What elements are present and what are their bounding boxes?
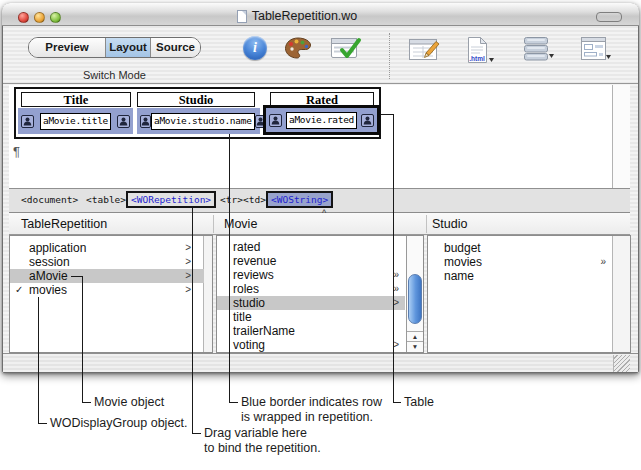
browser-item-application[interactable]: application > (10, 241, 204, 255)
path-item-tr[interactable]: <tr> (220, 194, 243, 205)
switch-mode-segmented-control: Preview Layout Source (28, 37, 201, 58)
item-label: voting (233, 338, 265, 352)
table-header-studio[interactable]: Studio (137, 92, 255, 107)
movie-column-scrollbar[interactable]: ▲ ▼ (406, 236, 423, 352)
callout-line-wodisplaygroup (38, 297, 39, 423)
browser-item-studio-selected[interactable]: studio > (217, 296, 405, 310)
title-bar[interactable]: TableRepetition.wo (2, 3, 639, 26)
callout-text-wodisplaygroup: WODisplayGroup object. (50, 416, 188, 431)
editor-vertical-scrollbar[interactable] (612, 85, 630, 188)
column-scroll-track[interactable] (203, 236, 212, 352)
callout-line-drag-variable (192, 433, 201, 434)
window-title-area: TableRepetition.wo (207, 9, 387, 23)
toolbar: Preview Layout Source Switch Mode i Insp… (3, 26, 638, 84)
item-label: budget (444, 241, 481, 255)
scroll-up-hint-icon: ^ (322, 208, 326, 218)
forms-element-icon (564, 36, 628, 62)
browser-item-amovie-selected[interactable]: aMovie > (10, 269, 204, 283)
browser-item-session[interactable]: session > (10, 255, 204, 269)
dynamic-button[interactable]: Dynamic (507, 36, 571, 62)
callout-line-blue-border (229, 134, 230, 402)
header-divider (213, 215, 214, 233)
callout-line-movie-object (82, 276, 83, 402)
binding-value: aMovie.studio.name (151, 113, 255, 130)
wostring-element-icon (140, 115, 151, 128)
window-bottom-bar (3, 353, 638, 372)
html-badge: .html (469, 55, 485, 62)
dynamic-element-icon (507, 36, 571, 62)
callout-text-table: Table (404, 395, 434, 410)
repetition-cell-rated-selected[interactable]: aMovie.rated (263, 105, 380, 135)
callout-text-drag-line1: Drag variable here (204, 426, 307, 441)
repetition-cell-studio[interactable]: aMovie.studio.name (137, 108, 260, 134)
callout-text-drag-line2: to bind the repetition. (204, 441, 321, 456)
component-edit-canvas[interactable]: Title Studio Rated aMovie.title aMovie.s… (9, 85, 630, 188)
element-path-bar: <document> <table> <WORepetition> <tr> <… (9, 188, 630, 213)
close-button[interactable] (18, 12, 29, 23)
item-label: movies (29, 283, 67, 297)
inspector-icon: i (243, 36, 267, 60)
callout-line-movie-object (82, 402, 91, 403)
dropdown-arrow-icon (489, 58, 494, 62)
repetition-cell-title[interactable]: aMovie.title (18, 108, 133, 134)
column-scroll-track[interactable] (612, 236, 630, 352)
path-item-table[interactable]: <table> (86, 194, 126, 205)
forms-button[interactable]: Forms (564, 36, 628, 62)
html-table-element[interactable]: Title Studio Rated aMovie.title aMovie.s… (14, 87, 381, 139)
item-label: aMovie (29, 269, 68, 283)
browser-item-roles[interactable]: roles » (217, 282, 405, 296)
browser-item-name[interactable]: name (428, 269, 614, 283)
item-label: revenue (233, 254, 276, 268)
to-one-chevron-icon: > (185, 242, 191, 254)
window-title: TableRepetition.wo (252, 9, 358, 23)
callout-line-table (393, 402, 401, 403)
item-label: trailerName (233, 324, 295, 338)
callout-line-wodisplaygroup (38, 423, 47, 424)
figure-canvas: TableRepetition.wo Preview Layout Source… (0, 0, 641, 470)
segment-preview[interactable]: Preview (29, 38, 106, 57)
binding-value: aMovie.title (40, 113, 111, 130)
paragraph-mark: ¶ (13, 144, 20, 159)
item-label: studio (233, 296, 265, 310)
path-item-worepetition[interactable]: <WORepetition> (126, 191, 216, 208)
minimize-button[interactable] (34, 12, 45, 23)
browser-column-studio: budget movies » name (427, 235, 631, 353)
path-item-document[interactable]: <document> (21, 194, 78, 205)
segment-layout[interactable]: Layout (106, 38, 151, 57)
to-many-chevron-icon: » (393, 283, 399, 295)
browser-header-bar: ^ TableRepetition Movie Studio (9, 213, 630, 235)
browser-item-trailername[interactable]: trailerName (217, 324, 405, 338)
to-one-chevron-icon: > (185, 256, 191, 268)
toolbar-toggle-button[interactable] (596, 12, 622, 22)
browser-item-revenue[interactable]: revenue (217, 254, 405, 268)
browser-item-budget[interactable]: budget (428, 241, 614, 255)
browser-item-movies-rel[interactable]: movies » (428, 255, 614, 269)
component-document-icon (237, 10, 247, 23)
browser-column-title-component: TableRepetition (21, 217, 107, 231)
item-label: movies (444, 255, 482, 269)
table-header-title[interactable]: Title (21, 92, 131, 107)
wostring-element-icon (361, 114, 374, 127)
browser-item-voting[interactable]: voting > (217, 338, 405, 352)
browser-item-rated[interactable]: rated (217, 240, 405, 254)
browser-item-movies[interactable]: ✓ movies > (10, 283, 204, 297)
callout-line-blue-border (229, 402, 238, 403)
validation-button[interactable]: Validation (314, 36, 378, 62)
static-button[interactable]: .html Static (448, 36, 512, 68)
scroll-down-button[interactable]: ▼ (407, 341, 423, 352)
segment-source[interactable]: Source (151, 38, 200, 57)
wostring-element-icon (21, 115, 34, 128)
path-item-td[interactable]: <td> (243, 194, 266, 205)
static-element-icon: .html (465, 36, 495, 64)
scrollbar-thumb[interactable] (408, 274, 422, 324)
resize-grip[interactable] (613, 355, 630, 372)
callout-text-movie-object: Movie object (94, 395, 164, 410)
zoom-button[interactable] (50, 12, 61, 23)
dropdown-arrow-icon (549, 54, 554, 58)
browser-item-title[interactable]: title (217, 310, 405, 324)
toolbar-separator (389, 33, 390, 79)
callout-text-blue-line2: is wrapped in repetition. (241, 410, 373, 425)
browser-item-reviews[interactable]: reviews » (217, 268, 405, 282)
item-label: title (233, 310, 252, 324)
path-item-wostring-selected[interactable]: <WOString> (266, 191, 333, 208)
